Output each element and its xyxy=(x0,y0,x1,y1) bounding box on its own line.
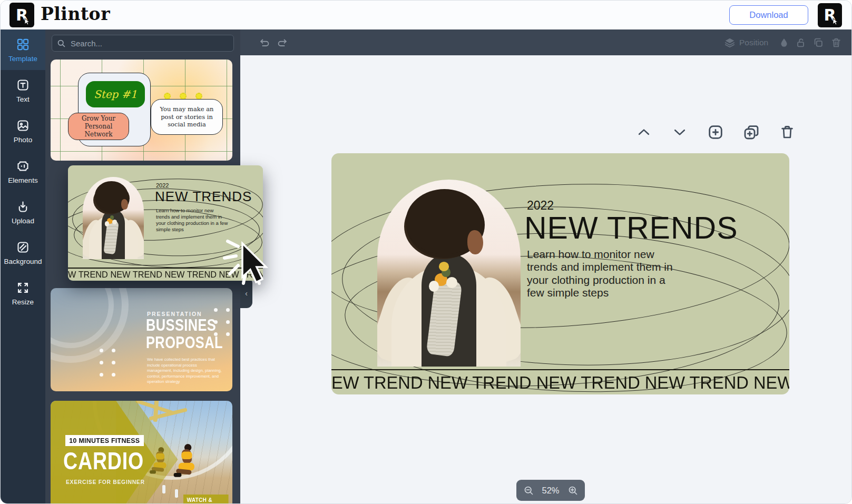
zoom-level: 52% xyxy=(542,486,559,496)
position-button[interactable]: Position xyxy=(724,29,768,55)
proposal-title: BUSSINES PROPOSAL xyxy=(146,317,223,352)
send-backward-button[interactable] xyxy=(671,124,688,141)
zoom-in-button[interactable] xyxy=(567,485,579,496)
design-title-text[interactable]: NEW TRENDS xyxy=(524,210,738,246)
sidebar-item-background[interactable]: Background xyxy=(1,232,45,273)
panel-collapse-button[interactable]: ‹ xyxy=(240,278,252,308)
background-icon xyxy=(16,240,30,254)
unlock-button[interactable] xyxy=(795,37,807,48)
arch-photo[interactable] xyxy=(377,180,521,367)
duplicate-page-button[interactable] xyxy=(743,124,760,141)
design-body-text[interactable]: Learn how to monitor new trends and impl… xyxy=(527,248,683,299)
zoom-out-icon xyxy=(523,485,534,496)
chevron-up-icon xyxy=(636,124,652,140)
step-bubble-text: You may make an post or stories in socia… xyxy=(151,99,223,135)
sidebar-item-text[interactable]: Text xyxy=(1,70,45,111)
cardio-subtitle: EXERCISE FOR BEGINNER xyxy=(66,479,145,485)
photo-icon xyxy=(16,118,30,133)
add-page-button[interactable] xyxy=(707,124,724,141)
chevron-left-icon: ‹ xyxy=(245,289,248,298)
step-title: Step #1 xyxy=(86,81,145,107)
zoom-out-button[interactable] xyxy=(523,485,534,496)
cursor-icon xyxy=(24,18,31,25)
color-drop-button[interactable] xyxy=(778,37,790,48)
chevron-down-icon xyxy=(672,124,688,140)
topbar: R Plintor Download R xyxy=(1,1,851,29)
template-thumb-cardio[interactable]: 10 MINUTES FITNESS CARDIO EXERCISE FOR B… xyxy=(51,401,232,504)
resize-icon xyxy=(16,281,30,295)
elements-icon xyxy=(16,159,30,173)
account-logo-icon[interactable]: R xyxy=(818,3,842,27)
sidebar-item-template[interactable]: Template xyxy=(1,29,45,70)
template-thumb-step[interactable]: Step #1 Grow Your Personal Network You m… xyxy=(51,60,232,161)
duplicate-button[interactable] xyxy=(812,37,824,48)
thumb-body: Learn how to monitor new trends and impl… xyxy=(156,207,229,233)
delete-button[interactable] xyxy=(830,37,842,48)
canvas-area[interactable]: 2022 NEW TRENDS Learn how to monitor new… xyxy=(240,55,851,503)
thumb-marquee: W TREND NEW TREND NEW TREND NEW TREND NE xyxy=(68,268,263,281)
arch-photo xyxy=(83,177,144,259)
template-panel: Step #1 Grow Your Personal Network You m… xyxy=(45,29,240,503)
template-thumb-new-trends[interactable]: 2022 NEW TRENDS Learn how to monitor new… xyxy=(68,165,263,281)
zoom-control: 52% xyxy=(516,480,585,501)
text-icon xyxy=(16,78,30,92)
cursor-icon xyxy=(832,18,839,25)
thumb-year: 2022 xyxy=(156,182,169,189)
layers-icon xyxy=(724,37,736,48)
redo-button[interactable] xyxy=(276,37,288,48)
sidebar-item-upload[interactable]: Upload xyxy=(1,192,45,232)
trash-icon xyxy=(779,124,795,140)
step-pill-text: Grow Your Personal Network xyxy=(68,113,129,140)
search-icon xyxy=(57,39,66,48)
bring-forward-button[interactable] xyxy=(635,124,652,141)
app-window: R Plintor Download R Template Text xyxy=(0,0,852,504)
design-marquee-text[interactable]: EW TREND NEW TREND NEW TREND NEW TREND N… xyxy=(331,369,789,394)
cardio-title: CARDIO xyxy=(63,446,144,475)
proposal-body: We have collected best practices that in… xyxy=(147,357,222,385)
sidebar-item-photo[interactable]: Photo xyxy=(1,111,45,151)
canvas-toolbar: Position xyxy=(240,29,851,55)
brand-name: Plintor xyxy=(41,4,110,24)
design-page[interactable]: 2022 NEW TRENDS Learn how to monitor new… xyxy=(331,153,789,394)
search-input[interactable] xyxy=(70,38,229,48)
zoom-in-icon xyxy=(567,485,579,496)
sidebar-item-resize[interactable]: Resize xyxy=(1,273,45,313)
undo-button[interactable] xyxy=(259,37,271,48)
search-box xyxy=(52,35,234,52)
thumb-title: NEW TRENDS xyxy=(155,189,252,205)
dot-grid-decoration xyxy=(100,349,115,377)
upload-icon xyxy=(16,200,30,214)
duplicate-plus-icon xyxy=(743,124,760,141)
template-thumb-proposal[interactable]: PRESENTATION BUSSINES PROPOSAL We have c… xyxy=(51,288,232,391)
cardio-kicker: 10 MINUTES FITNESS xyxy=(65,435,144,446)
plus-square-icon xyxy=(707,124,724,141)
download-button[interactable]: Download xyxy=(729,5,808,25)
cardio-badge: WATCH & SUBSCRIBE xyxy=(183,495,229,504)
sidebar: Template Text Photo Elements xyxy=(1,29,45,503)
sidebar-item-elements[interactable]: Elements xyxy=(1,151,45,192)
object-mini-toolbar xyxy=(635,124,796,141)
delete-page-button[interactable] xyxy=(779,124,796,141)
template-grid-icon xyxy=(16,37,30,52)
brand-logo-icon[interactable]: R xyxy=(9,3,34,27)
